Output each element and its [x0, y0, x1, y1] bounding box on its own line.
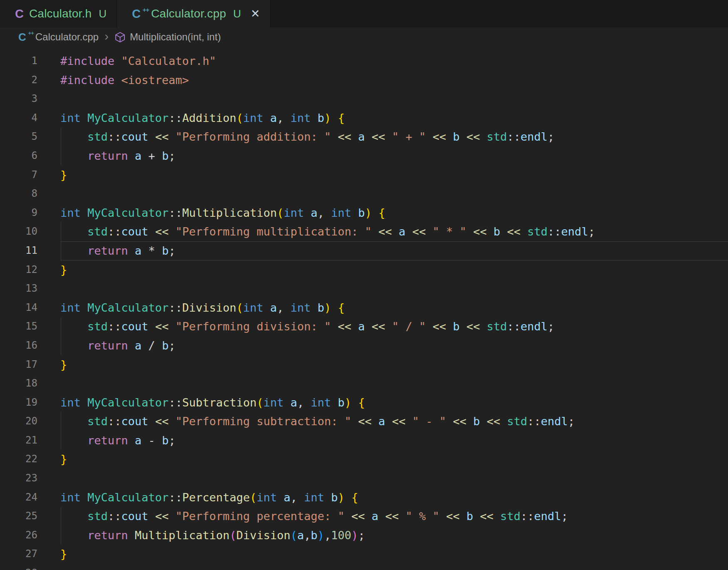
tab-label: Calculator.h — [29, 7, 92, 20]
line-number[interactable]: 19 — [0, 393, 37, 412]
code-line-text: return a + b; — [60, 146, 728, 166]
code-line[interactable]: 14int MyCalculator::Division(int a, int … — [0, 298, 728, 317]
code-line[interactable]: 27} — [0, 545, 728, 564]
code-line[interactable]: 15 std::cout << "Performing division: " … — [0, 317, 728, 336]
code-line-text: #include "Calculator.h" — [60, 52, 728, 71]
code-line-text: } — [60, 355, 728, 374]
code-line[interactable]: 1#include "Calculator.h" — [0, 52, 728, 71]
close-icon[interactable]: ✕ — [251, 8, 260, 20]
code-line-text: return Multiplication(Division(a,b),100)… — [60, 526, 728, 545]
code-line-text: std::cout << "Performing division: " << … — [60, 317, 728, 336]
code-line[interactable]: 19int MyCalculator::Subtraction(int a, i… — [0, 393, 728, 412]
code-line-text: int MyCalculator::Division(int a, int b)… — [60, 298, 728, 317]
line-number[interactable]: 11 — [0, 241, 37, 260]
code-line-text: return a - b; — [60, 431, 728, 450]
line-number[interactable]: 10 — [0, 222, 37, 241]
code-line-text: int MyCalculator::Percentage(int a, int … — [60, 488, 728, 507]
code-line-text: return a / b; — [60, 336, 728, 355]
code-line[interactable]: 16 return a / b; — [0, 336, 728, 355]
code-line-text: } — [60, 545, 728, 564]
code-line[interactable]: 9int MyCalculator::Multiplication(int a,… — [0, 203, 728, 223]
line-number[interactable]: 3 — [0, 89, 37, 109]
code-line-text: int MyCalculator::Subtraction(int a, int… — [60, 393, 728, 412]
code-line-text: std::cout << "Performing subtraction: " … — [60, 412, 728, 431]
breadcrumb-symbol[interactable]: Multiplication(int, int) — [114, 31, 221, 43]
breadcrumb-symbol-label: Multiplication(int, int) — [130, 31, 221, 43]
code-line[interactable]: 24int MyCalculator::Percentage(int a, in… — [0, 488, 728, 507]
code-line[interactable]: 3 — [0, 89, 728, 109]
breadcrumb: C++ Calculator.cpp › Multiplication(int,… — [0, 27, 728, 47]
code-line-text: std::cout << "Performing percentage: " <… — [60, 507, 728, 526]
line-number[interactable]: 6 — [0, 146, 37, 166]
line-number[interactable]: 17 — [0, 355, 37, 374]
chevron-right-icon: › — [104, 30, 109, 44]
cpp-file-icon: C++ — [18, 31, 26, 44]
line-number[interactable]: 9 — [0, 203, 37, 223]
editor-tab-bar: C Calculator.h U C++ Calculator.cpp U ✕ — [0, 0, 728, 27]
code-editor[interactable]: 1#include "Calculator.h"2#include <iostr… — [0, 47, 728, 570]
code-line-text: } — [60, 450, 728, 469]
code-line-text: int MyCalculator::Addition(int a, int b)… — [60, 109, 728, 128]
line-number[interactable]: 25 — [0, 507, 37, 526]
code-line[interactable]: 26 return Multiplication(Division(a,b),1… — [0, 526, 728, 545]
line-number[interactable]: 2 — [0, 71, 37, 90]
code-line[interactable]: 7} — [0, 166, 728, 185]
code-line[interactable]: 10 std::cout << "Performing multiplicati… — [0, 222, 728, 241]
line-number[interactable]: 18 — [0, 374, 37, 393]
line-number[interactable]: 26 — [0, 526, 37, 545]
line-number[interactable]: 8 — [0, 184, 37, 203]
code-line[interactable]: 17} — [0, 355, 728, 374]
tab-calculator-h[interactable]: C Calculator.h U — [0, 0, 117, 27]
code-line[interactable]: 20 std::cout << "Performing subtraction:… — [0, 412, 728, 431]
code-line[interactable]: 2#include <iostream> — [0, 71, 728, 90]
code-line-text: std::cout << "Performing addition: " << … — [60, 127, 728, 146]
code-line-text: int MyCalculator::Multiplication(int a, … — [60, 203, 728, 223]
code-line[interactable]: 23 — [0, 469, 728, 488]
code-line[interactable]: 4int MyCalculator::Addition(int a, int b… — [0, 109, 728, 128]
code-line-text: } — [60, 260, 728, 280]
c-file-icon: C — [15, 7, 24, 21]
code-line-text: } — [60, 166, 728, 185]
line-number[interactable]: 24 — [0, 488, 37, 507]
cpp-plus-plus: ++ — [28, 30, 34, 36]
untracked-badge: U — [233, 7, 241, 20]
code-line-text: std::cout << "Performing multiplication:… — [60, 222, 728, 241]
line-number[interactable]: 21 — [0, 431, 37, 450]
line-number[interactable]: 27 — [0, 545, 37, 564]
code-line[interactable]: 22} — [0, 450, 728, 469]
line-number[interactable]: 22 — [0, 450, 37, 469]
line-number[interactable]: 7 — [0, 166, 37, 185]
tab-calculator-cpp[interactable]: C++ Calculator.cpp U ✕ — [117, 0, 271, 27]
line-number[interactable]: 28 — [0, 564, 37, 570]
code-line[interactable]: 11 return a * b; — [0, 241, 728, 260]
code-line-text: return a * b; — [60, 241, 728, 260]
line-number[interactable]: 12 — [0, 260, 37, 280]
line-number[interactable]: 13 — [0, 279, 37, 298]
breadcrumb-file-label: Calculator.cpp — [35, 31, 99, 43]
line-number[interactable]: 5 — [0, 127, 37, 146]
code-line[interactable]: 8 — [0, 184, 728, 203]
cpp-plus-plus: ++ — [142, 6, 149, 13]
code-line-text: #include <iostream> — [60, 71, 728, 90]
line-number[interactable]: 20 — [0, 412, 37, 431]
code-line[interactable]: 13 — [0, 279, 728, 298]
breadcrumb-file[interactable]: C++ Calculator.cpp — [18, 31, 99, 44]
code-line[interactable]: 21 return a - b; — [0, 431, 728, 450]
code-line[interactable]: 25 std::cout << "Performing percentage: … — [0, 507, 728, 526]
line-number[interactable]: 15 — [0, 317, 37, 336]
code-line[interactable]: 18 — [0, 374, 728, 393]
cpp-file-icon: C++ — [132, 7, 141, 21]
untracked-badge: U — [99, 7, 107, 20]
line-number[interactable]: 1 — [0, 52, 37, 71]
tab-label: Calculator.cpp — [151, 7, 226, 20]
line-number[interactable]: 23 — [0, 469, 37, 488]
line-number[interactable]: 14 — [0, 298, 37, 317]
code-line[interactable]: 6 return a + b; — [0, 146, 728, 166]
code-line[interactable]: 12} — [0, 260, 728, 280]
code-line[interactable]: 5 std::cout << "Performing addition: " <… — [0, 127, 728, 146]
line-number[interactable]: 16 — [0, 336, 37, 355]
line-number[interactable]: 4 — [0, 109, 37, 128]
symbol-method-cube-icon — [114, 32, 126, 43]
code-line[interactable]: 28 — [0, 564, 728, 570]
